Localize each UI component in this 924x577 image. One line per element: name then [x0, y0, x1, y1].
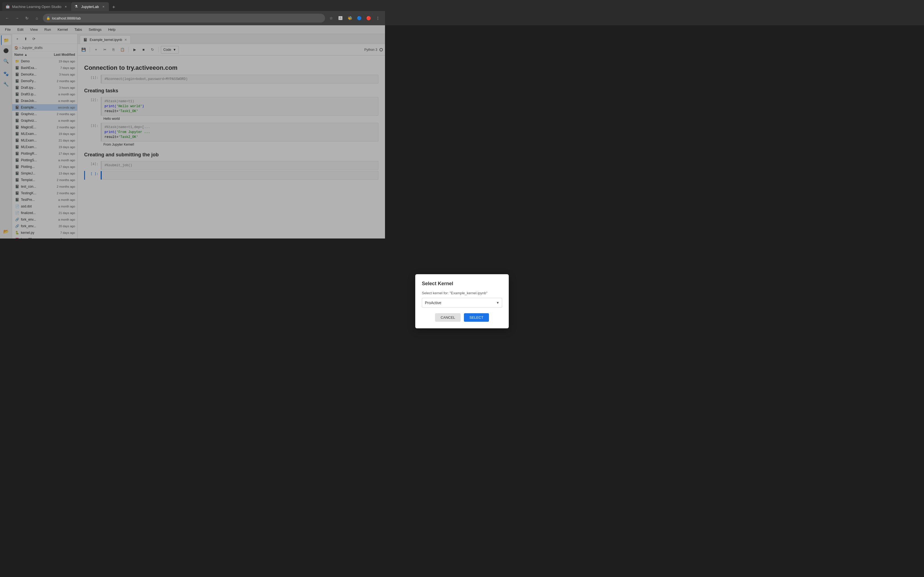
tab-favicon-jl: ⚗	[74, 5, 79, 9]
tab-mlos[interactable]: 🤖 Machine Learning Open Studio ✕	[2, 2, 71, 11]
address-bar-row: ← → ↻ ⌂ 🔒 localhost:8888/lab ☆ 🅰 🐝 🔵 🔴 ⋮	[0, 11, 385, 25]
extension-icon-1[interactable]: 🅰	[337, 14, 344, 22]
address-text: localhost:8888/lab	[52, 16, 81, 20]
address-bar[interactable]: 🔒 localhost:8888/lab	[43, 14, 325, 23]
back-button[interactable]: ←	[3, 14, 11, 22]
tab-close-mlos[interactable]: ✕	[63, 5, 68, 9]
modal-overlay: Select Kernel Select kernel for: "Exampl…	[0, 25, 385, 239]
browser-chrome: 🤖 Machine Learning Open Studio ✕ ⚗ Jupyt…	[0, 0, 385, 25]
tab-label-mlos: Machine Learning Open Studio	[12, 5, 61, 9]
new-tab-button[interactable]: +	[110, 3, 118, 11]
menu-icon[interactable]: ⋮	[374, 14, 382, 22]
extension-icon-3[interactable]: 🔵	[355, 14, 363, 22]
home-button[interactable]: ⌂	[33, 14, 41, 22]
tab-favicon-mlos: 🤖	[5, 5, 10, 9]
forward-button[interactable]: →	[13, 14, 21, 22]
browser-actions: ☆ 🅰 🐝 🔵 🔴 ⋮	[327, 14, 382, 22]
lock-icon: 🔒	[46, 16, 50, 20]
extension-icon-2[interactable]: 🐝	[346, 14, 354, 22]
tab-close-jl[interactable]: ✕	[101, 5, 106, 9]
tab-jupyterlab[interactable]: ⚗ JupyterLab ✕	[71, 2, 108, 11]
extension-icon-4[interactable]: 🔴	[365, 14, 372, 22]
reload-button[interactable]: ↻	[23, 14, 31, 22]
tab-label-jl: JupyterLab	[81, 5, 99, 9]
tab-bar: 🤖 Machine Learning Open Studio ✕ ⚗ Jupyt…	[0, 0, 385, 11]
bookmark-icon[interactable]: ☆	[327, 14, 335, 22]
